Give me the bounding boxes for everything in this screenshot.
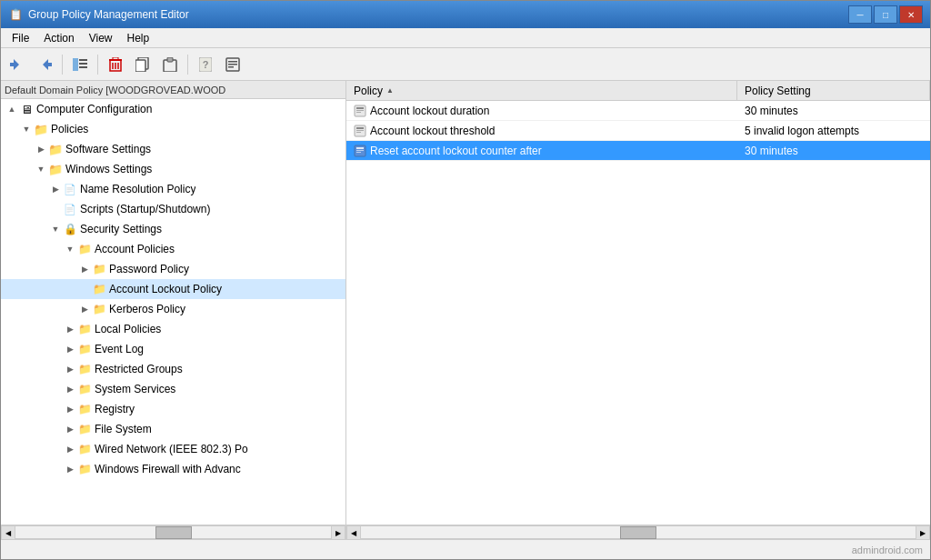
tree-item-password-policy[interactable]: ▶ 📁 Password Policy bbox=[1, 259, 345, 279]
list-content[interactable]: Account lockout duration 30 minutes Acco… bbox=[346, 101, 930, 525]
toggle-wired-network[interactable]: ▶ bbox=[63, 442, 77, 456]
paste-button[interactable] bbox=[157, 52, 183, 77]
tree-scroll-thumb[interactable] bbox=[155, 526, 192, 539]
cell-policy-2: Account lockout threshold bbox=[346, 121, 737, 140]
policy-name-2: Account lockout threshold bbox=[370, 125, 495, 137]
cell-setting-1: 30 minutes bbox=[737, 101, 930, 120]
help-button[interactable]: ? bbox=[193, 52, 218, 77]
forward-button[interactable] bbox=[32, 52, 57, 77]
setting-col-label: Policy Setting bbox=[745, 85, 811, 97]
bottom-scrollbar-bar: ◀ ▶ ◀ ▶ bbox=[1, 525, 930, 539]
password-policy-label: Password Policy bbox=[109, 263, 189, 275]
restricted-groups-label: Restricted Groups bbox=[95, 363, 183, 375]
right-scroll-right-btn[interactable]: ▶ bbox=[916, 525, 930, 540]
toggle-name-resolution[interactable]: ▶ bbox=[48, 182, 63, 196]
right-scroll-left-btn[interactable]: ◀ bbox=[346, 525, 361, 540]
tree-scroll-left-btn[interactable]: ◀ bbox=[1, 525, 15, 540]
right-scroll-track[interactable] bbox=[361, 525, 916, 539]
file-system-label: File System bbox=[95, 423, 152, 435]
cell-policy-1: Account lockout duration bbox=[346, 101, 737, 120]
column-header-policy[interactable]: Policy ▲ bbox=[346, 81, 737, 100]
right-scroll-thumb[interactable] bbox=[620, 526, 656, 539]
toggle-event-log[interactable]: ▶ bbox=[63, 342, 77, 356]
menu-action[interactable]: Action bbox=[36, 30, 81, 46]
svg-rect-11 bbox=[135, 60, 145, 72]
tree-header: Default Domain Policy [WOODGROVEAD.WOOD bbox=[1, 81, 345, 99]
toggle-security-settings[interactable]: ▼ bbox=[48, 222, 63, 236]
toggle-file-system[interactable]: ▶ bbox=[63, 422, 77, 436]
back-button[interactable] bbox=[5, 52, 30, 77]
tree-scroll-right-btn[interactable]: ▶ bbox=[331, 525, 345, 540]
local-policies-icon: 📁 bbox=[77, 322, 92, 336]
policy-name-3: Reset account lockout counter after bbox=[370, 145, 542, 157]
toggle-kerberos-policy[interactable]: ▶ bbox=[77, 302, 92, 316]
tree-item-restricted-groups[interactable]: ▶ 📁 Restricted Groups bbox=[1, 359, 345, 379]
menu-help[interactable]: Help bbox=[120, 30, 157, 46]
toggle-password-policy[interactable]: ▶ bbox=[77, 262, 92, 276]
toolbar-separator-1 bbox=[62, 55, 63, 75]
kerberos-policy-icon: 📁 bbox=[92, 302, 106, 316]
svg-rect-2 bbox=[79, 63, 87, 65]
tree-item-system-services[interactable]: ▶ 📁 System Services bbox=[1, 379, 345, 399]
tree-item-file-system[interactable]: ▶ 📁 File System bbox=[1, 419, 345, 439]
minimize-button[interactable]: ─ bbox=[848, 5, 872, 24]
toggle-software-settings[interactable]: ▶ bbox=[34, 142, 48, 156]
svg-rect-17 bbox=[228, 61, 237, 63]
tree-item-account-policies[interactable]: ▼ 📁 Account Policies bbox=[1, 239, 345, 259]
tree-h-scroll[interactable]: ◀ ▶ bbox=[1, 525, 346, 539]
menu-file[interactable]: File bbox=[5, 30, 36, 46]
copy-button[interactable] bbox=[130, 52, 155, 77]
properties-button[interactable] bbox=[220, 52, 245, 77]
svg-rect-13 bbox=[167, 57, 173, 62]
maximize-button[interactable]: □ bbox=[874, 5, 897, 24]
right-h-scroll[interactable]: ◀ ▶ bbox=[346, 525, 930, 539]
svg-rect-22 bbox=[356, 110, 364, 111]
toggle-computer-config[interactable]: ▲ bbox=[5, 102, 19, 116]
toggle-registry[interactable]: ▶ bbox=[63, 402, 77, 416]
tree-item-event-log[interactable]: ▶ 📁 Event Log bbox=[1, 339, 345, 359]
toggle-restricted-groups[interactable]: ▶ bbox=[63, 362, 77, 376]
column-header-setting[interactable]: Policy Setting bbox=[737, 81, 930, 100]
toggle-windows-settings[interactable]: ▼ bbox=[34, 162, 48, 176]
tree-item-local-policies[interactable]: ▶ 📁 Local Policies bbox=[1, 319, 345, 339]
svg-rect-25 bbox=[356, 127, 364, 129]
delete-button[interactable] bbox=[103, 52, 128, 77]
tree-item-kerberos-policy[interactable]: ▶ 📁 Kerberos Policy bbox=[1, 299, 345, 319]
menu-view[interactable]: View bbox=[82, 30, 120, 46]
tree-item-policies[interactable]: ▼ 📁 Policies bbox=[1, 119, 345, 139]
show-hide-button[interactable] bbox=[67, 52, 93, 77]
tree-scroll-track[interactable] bbox=[15, 525, 331, 539]
tree-item-wired-network[interactable]: ▶ 📁 Wired Network (IEEE 802.3) Po bbox=[1, 439, 345, 459]
tree-item-software-settings[interactable]: ▶ 📁 Software Settings bbox=[1, 139, 345, 159]
tree-item-scripts[interactable]: 📄 Scripts (Startup/Shutdown) bbox=[1, 199, 345, 219]
list-header: Policy ▲ Policy Setting bbox=[346, 81, 930, 101]
toggle-windows-firewall[interactable]: ▶ bbox=[63, 462, 77, 476]
close-button[interactable]: ✕ bbox=[899, 5, 923, 24]
tree-content[interactable]: ▲ 🖥 Computer Configuration ▼ 📁 Policies … bbox=[1, 99, 345, 525]
toggle-policies[interactable]: ▼ bbox=[19, 122, 34, 136]
tree-item-registry[interactable]: ▶ 📁 Registry bbox=[1, 399, 345, 419]
svg-rect-21 bbox=[356, 107, 364, 109]
row3-icon bbox=[354, 145, 366, 157]
tree-item-name-resolution[interactable]: ▶ 📄 Name Resolution Policy bbox=[1, 179, 345, 199]
scripts-label: Scripts (Startup/Shutdown) bbox=[80, 203, 210, 215]
policy-name-1: Account lockout duration bbox=[370, 105, 489, 117]
toolbar: ? bbox=[1, 48, 930, 81]
list-row-lockout-duration[interactable]: Account lockout duration 30 minutes bbox=[346, 101, 930, 121]
tree-item-windows-settings[interactable]: ▼ 📁 Windows Settings bbox=[1, 159, 345, 179]
toggle-local-policies[interactable]: ▶ bbox=[63, 322, 77, 336]
tree-item-account-lockout-policy[interactable]: ▶ 📁 Account Lockout Policy bbox=[1, 279, 345, 299]
registry-icon: 📁 bbox=[77, 402, 92, 416]
list-row-reset-lockout[interactable]: Reset account lockout counter after 30 m… bbox=[346, 141, 930, 161]
toggle-system-services[interactable]: ▶ bbox=[63, 382, 77, 396]
tree-item-windows-firewall[interactable]: ▶ 📁 Windows Firewall with Advanc bbox=[1, 459, 345, 479]
list-row-lockout-threshold[interactable]: Account lockout threshold 5 invalid logo… bbox=[346, 121, 930, 141]
row1-icon bbox=[354, 105, 366, 117]
tree-item-security-settings[interactable]: ▼ 🔒 Security Settings bbox=[1, 219, 345, 239]
toggle-account-policies[interactable]: ▼ bbox=[63, 242, 77, 256]
registry-label: Registry bbox=[95, 403, 135, 415]
name-resolution-icon: 📄 bbox=[63, 182, 77, 196]
scripts-icon: 📄 bbox=[63, 202, 77, 216]
svg-text:?: ? bbox=[203, 59, 209, 70]
tree-item-computer-config[interactable]: ▲ 🖥 Computer Configuration bbox=[1, 99, 345, 119]
